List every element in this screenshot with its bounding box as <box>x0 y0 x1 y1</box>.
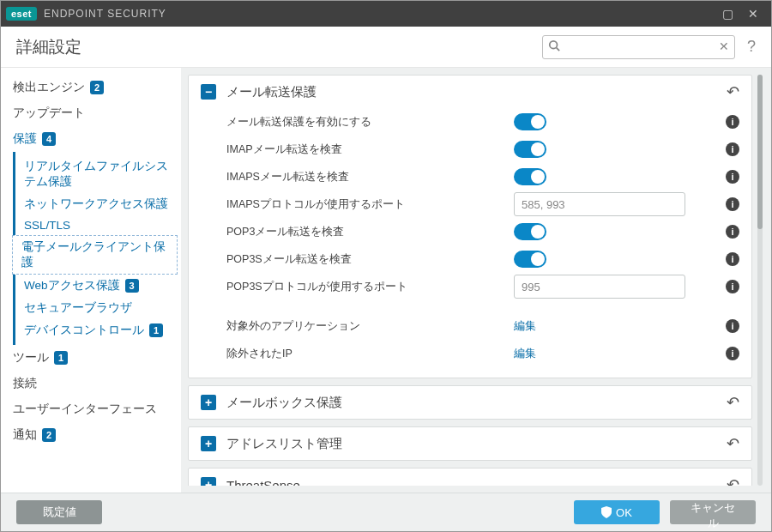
sidebar-subitem[interactable]: ネットワークアクセス保護 <box>15 193 178 215</box>
scrollbar[interactable] <box>757 75 763 486</box>
badge: 2 <box>90 81 104 94</box>
cancel-button[interactable]: キャンセル <box>670 500 756 524</box>
shield-icon <box>601 506 612 518</box>
panel-title: アドレスリスト管理 <box>226 436 716 452</box>
setting-row: IMAPSプロトコルが使用するポートi <box>226 190 739 218</box>
panel-header[interactable]: +メールボックス保護↶ <box>189 386 751 419</box>
setting-label: 除外されたIP <box>226 347 514 361</box>
badge: 2 <box>42 428 56 442</box>
search-field[interactable]: ✕ <box>542 35 735 59</box>
setting-label: メール転送保護を有効にする <box>226 115 514 130</box>
panel: +メールボックス保護↶ <box>188 385 752 420</box>
badge: 4 <box>42 132 56 146</box>
undo-icon[interactable]: ↶ <box>727 434 739 453</box>
sidebar-subitem[interactable]: 電子メールクライアント保護 <box>12 235 178 275</box>
setting-row: POP3メール転送を検査i <box>226 218 739 245</box>
window-maximize-icon[interactable]: ▢ <box>715 1 740 27</box>
setting-row: 対象外のアプリケーション編集i <box>226 312 739 340</box>
brand-badge: eset <box>6 7 37 21</box>
setting-label: POP3メール転送を検査 <box>226 225 514 239</box>
setting-row: IMAPメール転送を検査i <box>226 136 739 163</box>
setting-label: POP3Sプロトコルが使用するポート <box>226 280 514 294</box>
panel-header[interactable]: −メール転送保護↶ <box>189 76 751 108</box>
sidebar-subitem[interactable]: セキュアーブラウザ <box>15 297 178 319</box>
sidebar-subitem[interactable]: デバイスコントロール1 <box>15 319 178 342</box>
svg-line-1 <box>557 47 560 51</box>
sidebar-subitem[interactable]: Webアクセス保護3 <box>15 275 178 297</box>
panel-header[interactable]: +アドレスリスト管理↶ <box>189 427 751 460</box>
setting-row: POP3Sプロトコルが使用するポートi <box>226 273 739 300</box>
info-icon[interactable]: i <box>726 115 739 129</box>
panel: +アドレスリスト管理↶ <box>188 426 752 461</box>
main-pane: −メール転送保護↶メール転送保護を有効にするiIMAPメール転送を検査iIMAP… <box>181 68 771 493</box>
sidebar-item[interactable]: 通知2 <box>13 422 178 448</box>
toggle[interactable] <box>514 251 546 268</box>
toggle[interactable] <box>514 223 546 240</box>
toggle[interactable] <box>514 113 546 130</box>
expand-icon[interactable]: + <box>201 395 216 410</box>
edit-link[interactable]: 編集 <box>514 346 536 361</box>
sidebar-item[interactable]: ツール1 <box>13 345 178 371</box>
ok-label: OK <box>616 506 632 519</box>
sidebar-item[interactable]: 検出エンジン2 <box>13 75 178 100</box>
expand-icon[interactable]: + <box>201 477 216 486</box>
info-icon[interactable]: i <box>726 170 739 184</box>
undo-icon[interactable]: ↶ <box>727 475 739 486</box>
setting-row: 除外されたIP編集i <box>226 340 739 367</box>
product-name: ENDPOINT SECURITY <box>44 8 166 20</box>
clear-icon[interactable]: ✕ <box>719 39 729 53</box>
panel-header[interactable]: +ThreatSense↶ <box>189 469 751 486</box>
setting-label: POP3Sメール転送を検査 <box>226 252 514 267</box>
undo-icon[interactable]: ↶ <box>727 82 739 101</box>
sidebar-item[interactable]: アップデート <box>13 100 178 126</box>
search-input[interactable] <box>542 35 735 59</box>
toggle[interactable] <box>514 141 546 158</box>
footer: 既定値 OK キャンセル <box>1 493 771 531</box>
setting-row: IMAPSメール転送を検査i <box>226 163 739 190</box>
panel: −メール転送保護↶メール転送保護を有効にするiIMAPメール転送を検査iIMAP… <box>188 75 752 378</box>
setting-label: IMAPSメール転送を検査 <box>226 170 514 184</box>
badge: 1 <box>149 323 163 337</box>
scrollbar-thumb[interactable] <box>757 75 763 229</box>
sidebar-subitem[interactable]: リアルタイムファイルシステム保護 <box>15 155 178 193</box>
panel-title: メール転送保護 <box>226 84 716 100</box>
undo-icon[interactable]: ↶ <box>727 393 739 412</box>
info-icon[interactable]: i <box>726 347 739 360</box>
expand-icon[interactable]: + <box>201 436 216 451</box>
panel: +ThreatSense↶ <box>188 468 752 486</box>
info-icon[interactable]: i <box>726 319 739 333</box>
sidebar-item[interactable]: 接続 <box>13 371 178 396</box>
info-icon[interactable]: i <box>726 197 739 211</box>
ok-button[interactable]: OK <box>574 500 660 524</box>
toggle[interactable] <box>514 168 546 185</box>
content-column: −メール転送保護↶メール転送保護を有効にするiIMAPメール転送を検査iIMAP… <box>188 75 752 486</box>
sidebar-item[interactable]: 保護4 <box>13 126 178 152</box>
info-icon[interactable]: i <box>726 280 739 293</box>
port-input[interactable] <box>514 275 685 299</box>
header: 詳細設定 ✕ ? <box>1 27 771 68</box>
help-icon[interactable]: ? <box>747 38 756 56</box>
window-close-icon[interactable]: ✕ <box>740 1 766 27</box>
setting-label: 対象外のアプリケーション <box>226 319 514 334</box>
panel-title: メールボックス保護 <box>226 395 716 411</box>
info-icon[interactable]: i <box>726 252 739 266</box>
sidebar-subitem[interactable]: SSL/TLS <box>15 215 178 235</box>
page-title: 詳細設定 <box>16 36 81 58</box>
setting-row: メール転送保護を有効にするi <box>226 108 739 136</box>
setting-label: IMAPメール転送を検査 <box>226 142 514 157</box>
sidebar-item[interactable]: ユーザーインターフェース <box>13 396 178 422</box>
setting-row: POP3Sメール転送を検査i <box>226 245 739 273</box>
info-icon[interactable]: i <box>726 142 739 156</box>
badge: 3 <box>125 279 139 293</box>
collapse-icon[interactable]: − <box>201 84 216 100</box>
defaults-button[interactable]: 既定値 <box>16 500 102 524</box>
port-input[interactable] <box>514 192 685 216</box>
svg-point-0 <box>550 40 558 48</box>
badge: 1 <box>54 351 68 365</box>
edit-link[interactable]: 編集 <box>514 318 536 334</box>
setting-label: IMAPSプロトコルが使用するポート <box>226 197 514 212</box>
search-icon <box>548 39 560 54</box>
sidebar: 検出エンジン2アップデート保護4リアルタイムファイルシステム保護ネットワークアク… <box>1 68 181 493</box>
panel-title: ThreatSense <box>226 478 716 487</box>
info-icon[interactable]: i <box>726 225 739 239</box>
